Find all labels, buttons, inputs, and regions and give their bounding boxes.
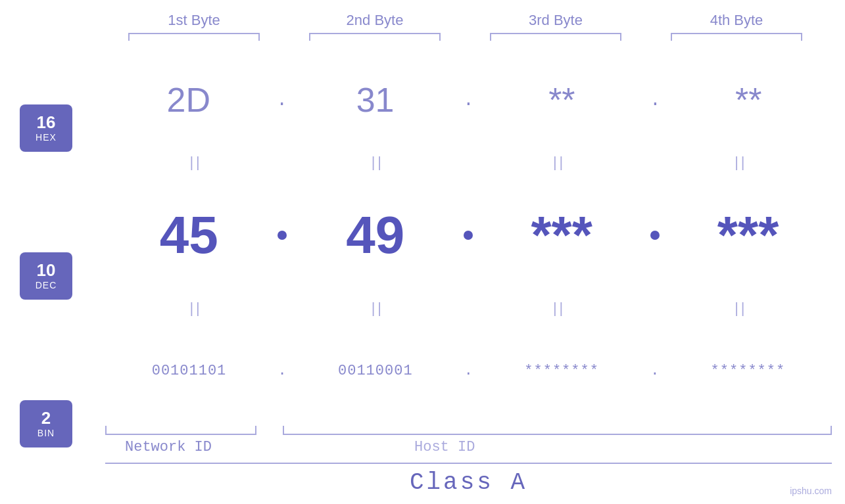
eq2-3: ||: [481, 300, 639, 317]
network-id-bracket: [105, 426, 256, 435]
id-labels-row: Network ID Host ID: [92, 439, 845, 463]
host-id-bracket: [283, 426, 832, 435]
content-area: 2D . 31 . ** . ** || || || ||: [92, 47, 845, 504]
hex-cell-3: **: [483, 80, 640, 120]
eq2-1: ||: [117, 300, 275, 317]
eq2-4: ||: [662, 300, 820, 317]
bin-badge: 2 BIN: [20, 400, 72, 447]
hex-cell-1: 2D: [110, 80, 268, 120]
class-label-row: Class A: [92, 469, 845, 504]
hex-badge-number: 16: [37, 113, 56, 132]
hex-badge: 16 HEX: [20, 104, 72, 152]
dec-value-1: 45: [160, 205, 218, 265]
dec-dot-1: [278, 229, 287, 241]
equals-row-1: || || || ||: [92, 154, 845, 171]
equals-row-2: || || || ||: [92, 300, 845, 317]
bin-cell-4: ********: [669, 363, 827, 379]
dec-badge-label: DEC: [36, 280, 57, 290]
dec-cell-2: 49: [297, 205, 454, 265]
byte-label-3: 3rd Byte: [477, 12, 635, 29]
hex-badge-label: HEX: [36, 132, 57, 143]
hex-value-1: 2D: [167, 80, 210, 120]
bottom-bracket-container: [92, 426, 845, 439]
hex-value-3: **: [548, 80, 575, 120]
watermark: ipshu.com: [790, 486, 832, 496]
dec-badge: 10 DEC: [20, 252, 72, 300]
dec-badge-number: 10: [37, 261, 56, 280]
class-bar: [105, 463, 832, 464]
hex-value-2: 31: [356, 80, 395, 120]
hex-cell-2: 31: [297, 80, 454, 120]
eq2-2: ||: [299, 300, 456, 317]
bin-row: 00101101 . 00110001 . ******** . *******…: [92, 318, 845, 423]
host-id-label: Host ID: [414, 439, 475, 455]
dec-value-3: ***: [531, 205, 592, 265]
dec-cell-4: ***: [669, 205, 827, 265]
hex-dot-1: .: [276, 90, 287, 110]
hex-dot-2: .: [463, 90, 474, 110]
dec-value-2: 49: [346, 205, 404, 265]
eq1-3: ||: [481, 154, 639, 171]
dec-value-4: ***: [717, 205, 779, 265]
bin-value-1: 00101101: [152, 363, 227, 379]
byte-label-4: 4th Byte: [658, 12, 815, 29]
network-id-label: Network ID: [125, 439, 212, 455]
eq1-4: ||: [662, 154, 820, 171]
hex-dot-3: .: [650, 90, 661, 110]
bin-value-3: ********: [524, 363, 599, 379]
bin-cell-3: ********: [483, 363, 640, 379]
hex-value-4: **: [735, 80, 761, 120]
bracket-2: [309, 33, 441, 41]
badges-column: 16 HEX 10 DEC 2 BIN: [0, 47, 92, 504]
dec-dot-2: [464, 229, 473, 241]
dec-dot-3: [650, 229, 660, 241]
top-brackets: [104, 33, 827, 41]
main-grid: 16 HEX 10 DEC 2 BIN 2D . 31: [0, 47, 845, 504]
eq1-1: ||: [117, 154, 275, 171]
bracket-1: [128, 33, 260, 41]
dec-cell-1: 45: [110, 205, 268, 265]
bin-dot-1: .: [278, 363, 287, 379]
bin-cell-1: 00101101: [110, 363, 268, 379]
byte-label-1: 1st Byte: [115, 12, 273, 29]
bin-value-4: ********: [711, 363, 786, 379]
main-container: 1st Byte 2nd Byte 3rd Byte 4th Byte 16 H…: [0, 0, 845, 504]
bin-value-2: 00110001: [338, 363, 413, 379]
bin-cell-2: 00110001: [297, 363, 454, 379]
dec-row: 45 49 *** ***: [92, 172, 845, 298]
byte-label-2: 2nd Byte: [296, 12, 454, 29]
bin-badge-number: 2: [41, 409, 51, 428]
hex-row: 2D . 31 . ** . **: [92, 47, 845, 152]
bracket-4: [671, 33, 802, 41]
class-label: Class A: [410, 469, 527, 496]
bin-dot-2: .: [464, 363, 473, 379]
bin-badge-label: BIN: [37, 428, 55, 438]
dec-cell-3: ***: [483, 205, 640, 265]
eq1-2: ||: [299, 154, 456, 171]
bracket-3: [490, 33, 621, 41]
hex-cell-4: **: [669, 80, 827, 120]
byte-headers: 1st Byte 2nd Byte 3rd Byte 4th Byte: [104, 12, 827, 29]
bin-dot-3: .: [650, 363, 659, 379]
